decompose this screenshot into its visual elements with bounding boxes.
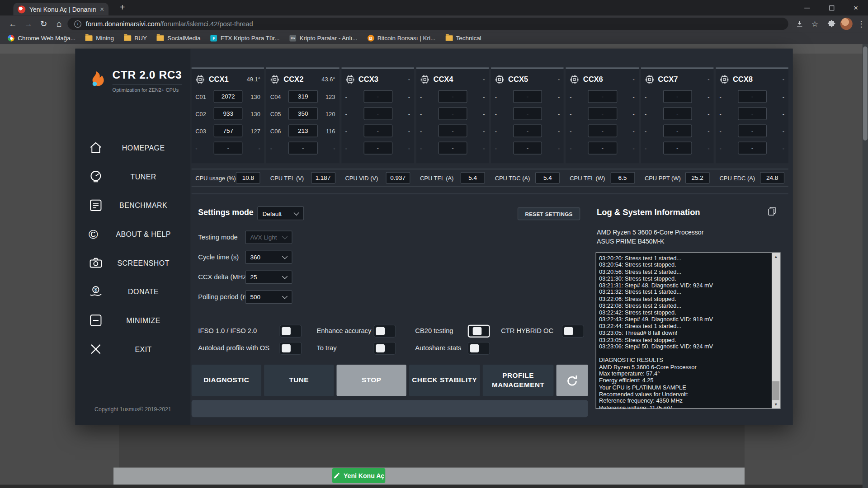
ccx-core-row: C03757127 [195, 124, 260, 138]
reload-icon[interactable]: ↻ [38, 18, 50, 30]
core-label: - [570, 127, 585, 134]
toggle-knob [376, 344, 385, 352]
toggle-ifso-1-0-ifso-2-0[interactable] [279, 325, 302, 338]
settings-mode-dropdown[interactable]: Default [257, 206, 304, 221]
toggle-enhance-accuracy[interactable] [374, 325, 396, 338]
log-line: 03:20:56: Stress test 2 started... [599, 268, 770, 275]
bookmark-item[interactable]: Chrome Web Mağa... [8, 35, 75, 42]
about-icon: © [89, 227, 112, 241]
window-close-button[interactable]: × [844, 0, 868, 15]
core-frequency-field: - [438, 108, 467, 120]
sidebar-item-exit[interactable]: EXIT [75, 335, 191, 364]
log-scrollbar[interactable]: ▲ ▼ [772, 253, 780, 408]
core-frequency-field: - [513, 125, 542, 137]
profile-management-button[interactable]: PROFILE MANAGEMENT [483, 365, 554, 396]
ccx-temperature: 43.6° [321, 76, 335, 83]
bookmark-item[interactable]: BBitcoin Borsası | Kri... [368, 35, 436, 42]
scroll-up-arrow-icon[interactable]: ▲ [772, 253, 780, 261]
core-frequency-field: - [363, 125, 392, 137]
diagnostic-button[interactable]: DIAGNOSTIC [192, 365, 261, 396]
log-line [599, 350, 770, 357]
bookmark-item[interactable]: Technical [445, 35, 481, 42]
core-label: C02 [195, 110, 210, 117]
sidebar-item-label: ABOUT & HELP [112, 230, 190, 238]
core-label: C01 [195, 93, 210, 100]
check-stability-button[interactable]: CHECK STABILITY [409, 365, 480, 396]
stat-cell: CPU usage (%)10.8 [192, 169, 264, 187]
reset-settings-button[interactable]: RESET SETTINGS [518, 207, 580, 220]
new-topic-button[interactable]: Yeni Konu Aç [332, 468, 386, 483]
extensions-icon[interactable] [826, 18, 837, 29]
toggle-autoload-profile-with-os[interactable] [279, 342, 302, 355]
tab-close-icon[interactable]: × [100, 5, 104, 13]
browser-tab[interactable]: Yeni Konu Aç | Donanım Arşivi Fo × [13, 3, 108, 15]
core-frequency-field: - [363, 141, 392, 154]
sidebar-item-homepage[interactable]: HOMEPAGE [75, 133, 191, 162]
dropdown-cycle-time-s[interactable]: 360 [245, 251, 292, 264]
dropdown-ccx-delta-mhz[interactable]: 25 [245, 271, 292, 284]
bookmark-item[interactable]: BUY [124, 35, 147, 42]
minimize-icon [89, 313, 112, 328]
tune-button[interactable]: TUNE [264, 365, 334, 396]
window-minimize-button[interactable] [795, 0, 819, 15]
page-scrollbar[interactable] [863, 44, 868, 488]
toggle-knob [473, 327, 482, 335]
toggle-label: CB20 testing [415, 325, 453, 338]
dropdown-value: AVX Light [250, 234, 277, 241]
toggle-ctr-hybrid-oc[interactable] [562, 325, 584, 338]
ctr-app-window: CTR 2.0 RC3 Optimization for ZEN2+ CPUs … [75, 49, 793, 425]
stat-cell: CPU TEL (V)1.187 [266, 169, 339, 187]
toggle-autoshare-stats[interactable] [468, 342, 490, 355]
bookmark-item[interactable]: SocialMedia [157, 35, 201, 42]
bookmark-item[interactable]: Mining [85, 35, 114, 42]
bookmarks-bar: Chrome Web Mağa...MiningBUYSocialMediaFF… [0, 32, 868, 44]
downloads-icon[interactable] [794, 18, 805, 29]
ccx-temperature: - [558, 76, 560, 83]
bookmark-item[interactable]: invKripto Paralar - Anlı... [290, 35, 358, 42]
back-icon[interactable]: ← [7, 18, 19, 30]
window-maximize-button[interactable] [819, 0, 844, 15]
page-info-icon[interactable]: i [74, 20, 81, 28]
sidebar-item-donate[interactable]: $DONATE [75, 277, 191, 306]
bookmark-label: Bitcoin Borsası | Kri... [377, 35, 436, 42]
stat-label: CPU VID (V) [345, 174, 378, 181]
ccx-core-row: --- [495, 107, 560, 121]
browser-menu-icon[interactable]: ⋮ [856, 18, 867, 29]
toggle-to-tray[interactable] [374, 342, 396, 355]
log-output[interactable]: 03:20:20: Stress test 1 started...03:20:… [596, 252, 781, 409]
core-frequency-field: - [438, 125, 467, 137]
profile-avatar[interactable] [840, 18, 853, 30]
sidebar-item-benchmark[interactable]: BENCHMARK [75, 191, 191, 220]
address-bar[interactable]: i forum.donanimarsivi.com/forumlar/islem… [67, 18, 788, 30]
core-value: - [396, 110, 410, 117]
ccx-header: CCX243.6° [270, 69, 335, 90]
stat-value-field: 5.4 [461, 172, 485, 184]
scroll-down-arrow-icon[interactable]: ▼ [772, 401, 780, 408]
toggle-label: IFSO 1.0 / IFSO 2.0 [198, 325, 257, 338]
dropdown-testing-mode[interactable]: AVX Light [245, 231, 292, 244]
sidebar-item-tuner[interactable]: TUNER [75, 162, 191, 191]
bookmark-label: Mining [96, 35, 114, 42]
refresh-button[interactable] [557, 365, 588, 396]
forward-icon[interactable]: → [22, 18, 34, 30]
home-icon[interactable]: ⌂ [53, 18, 66, 30]
sidebar-item-about-help[interactable]: ©ABOUT & HELP [75, 220, 191, 249]
sidebar-item-screenshot[interactable]: SCREENSHOT [75, 249, 191, 277]
benchmark-icon [89, 198, 112, 212]
ccx-temperature: - [483, 76, 485, 83]
ccx-panel: CCX243.6°C04319123C05350120C06213116--- [266, 67, 339, 163]
stop-button[interactable]: STOP [336, 365, 406, 396]
page-scrollbar-thumb[interactable] [863, 47, 868, 141]
log-line: 03:21:30: Stress test stopped. [599, 275, 770, 282]
ccx-header: CCX149.1° [195, 69, 260, 90]
bookmark-star-icon[interactable]: ☆ [809, 18, 820, 29]
sidebar-item-minimize[interactable]: MINIMIZE [75, 306, 191, 335]
toggle-cb20-testing[interactable] [468, 325, 490, 338]
log-scrollbar-thumb[interactable] [772, 381, 779, 400]
bookmark-item[interactable]: FFTX Kripto Para Tür... [211, 35, 280, 42]
new-tab-button[interactable]: + [116, 2, 128, 14]
core-frequency-field: - [513, 141, 542, 154]
dropdown-polling-period-ms[interactable]: 500 [245, 291, 292, 304]
copy-log-icon[interactable] [767, 206, 777, 219]
log-line: 03:23:05: Thread# 8 fall down! [599, 329, 770, 336]
